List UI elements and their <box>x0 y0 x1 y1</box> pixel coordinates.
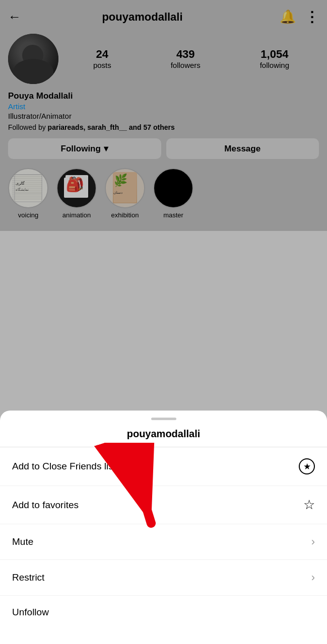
sheet-item-favorites[interactable]: Add to favorites ☆ <box>0 486 327 524</box>
restrict-chevron-icon: › <box>311 571 315 584</box>
mute-label: Mute <box>12 536 33 547</box>
unfollow-label: Unfollow <box>12 607 49 618</box>
favorites-label: Add to favorites <box>12 500 79 511</box>
sheet-item-unfollow[interactable]: Unfollow <box>0 596 327 629</box>
sheet-item-close-friends[interactable]: Add to Close Friends list ★ <box>0 447 327 486</box>
bottom-sheet: pouyamodallali Add to Close Friends list… <box>0 411 327 644</box>
sheet-username: pouyamodallali <box>0 420 327 447</box>
sheet-item-mute[interactable]: Mute › <box>0 524 327 560</box>
restrict-label: Restrict <box>12 572 44 583</box>
star-icon: ☆ <box>303 497 315 513</box>
close-friends-icon: ★ <box>299 458 315 474</box>
mute-chevron-icon: › <box>311 535 315 548</box>
sheet-item-restrict[interactable]: Restrict › <box>0 560 327 596</box>
close-friends-label: Add to Close Friends list <box>12 461 116 472</box>
